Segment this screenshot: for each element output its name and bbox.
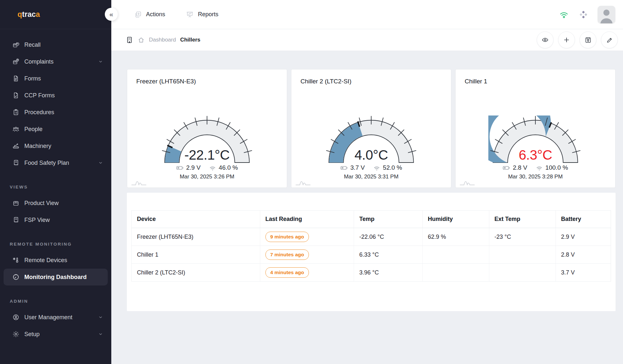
column-header-temp: Temp	[354, 211, 422, 228]
tab-reports[interactable]: Reports	[186, 11, 218, 18]
table-row[interactable]: Freezer (LHT65N-E3) 9 minutes ago -22.06…	[132, 228, 611, 246]
sidebar-item-procedures[interactable]: Procedures	[0, 104, 111, 121]
gauge-value: 6.3°C	[488, 147, 582, 163]
spark-chart-icon[interactable]	[459, 178, 483, 186]
sidebar-item-remote-devices[interactable]: Remote Devices	[0, 252, 111, 269]
wifi-status-icon[interactable]	[559, 9, 569, 20]
main-area: Actions Reports Dashboard C	[111, 0, 623, 364]
spark-chart-icon[interactable]	[131, 178, 155, 186]
top-right-icons	[559, 6, 615, 23]
battery-value: 2.8 V	[513, 164, 527, 171]
temp-cell: 6.33 °C	[354, 246, 422, 264]
thermometer-snowflake-icon	[12, 257, 19, 264]
sidebar-item-recall[interactable]: Recall	[0, 36, 111, 53]
sidebar-item-label: User Management	[24, 314, 72, 321]
device-cell: Freezer (LHT65N-E3)	[132, 228, 260, 246]
sidebar-item-label: Forms	[24, 75, 41, 82]
gear-icon	[12, 331, 19, 338]
sidebar-item-food-safety-plan[interactable]: Food Safety Plan	[0, 154, 111, 171]
table-row[interactable]: Chiller 1 7 minutes ago 6.33 °C 2.8 V	[132, 246, 611, 264]
sidebar-item-setup[interactable]: Setup	[0, 326, 111, 343]
sidebar-item-label: People	[24, 126, 43, 133]
sidebar-item-forms[interactable]: Forms	[0, 70, 111, 87]
user-avatar[interactable]	[598, 6, 615, 23]
sidebar-item-people[interactable]: People	[0, 121, 111, 138]
column-header-last-reading: Last Reading	[260, 211, 354, 228]
signal-icon	[536, 164, 543, 171]
save-button[interactable]	[580, 31, 596, 48]
device-cell: Chiller 1	[132, 246, 260, 264]
temp-cell: -22.06 °C	[354, 228, 422, 246]
sidebar-item-label: Product View	[24, 200, 59, 207]
last-reading-badge: 9 minutes ago	[265, 232, 309, 242]
gauge-value: -22.1°C	[160, 147, 254, 163]
table-row[interactable]: Chiller 2 (LTC2-SI) 4 minutes ago 3.96 °…	[132, 264, 611, 282]
column-header-device: Device	[132, 211, 260, 228]
battery-reading: 2.9 V	[176, 164, 201, 171]
home-icon[interactable]	[138, 36, 145, 43]
sidebar-item-label: Remote Devices	[24, 257, 67, 264]
humidity-value: 46.0 %	[219, 164, 238, 171]
logo-part: q	[18, 10, 22, 19]
battery-icon	[340, 164, 348, 171]
sidebar-collapse-button[interactable]: «	[105, 8, 118, 21]
humidity-reading: 52.0 %	[373, 164, 402, 171]
gauge-card-freezer: Freezer (LHT65N-E3) -22.1°C 2.9 V 46.0 %	[127, 69, 287, 188]
complaints-icon	[12, 58, 19, 65]
brand-logo[interactable]: qtraca	[0, 0, 111, 29]
battery-value: 2.9 V	[186, 164, 201, 171]
sidebar-item-label: FSP View	[24, 217, 50, 224]
battery-value: 3.7 V	[350, 164, 365, 171]
actions-icon	[134, 11, 142, 18]
sidebar-item-label: Food Safety Plan	[24, 160, 69, 166]
breadcrumb-dashboard[interactable]: Dashboard	[149, 37, 176, 43]
gauge-meta: 3.7 V 52.0 %	[300, 164, 442, 171]
sidebar-item-monitoring-dashboard[interactable]: Monitoring Dashboard	[4, 269, 108, 285]
column-header-humidity: Humidity	[422, 211, 489, 228]
add-button[interactable]	[558, 31, 575, 48]
save-icon	[584, 36, 592, 44]
battery-cell: 3.7 V	[556, 264, 611, 282]
book-icon	[12, 216, 19, 224]
sidebar-item-user-management[interactable]: User Management	[0, 309, 111, 326]
apps-diamonds-icon[interactable]	[579, 10, 588, 19]
gauge-cards-row: Freezer (LHT65N-E3) -22.1°C 2.9 V 46.0 %	[127, 69, 618, 188]
gauge-meta: 2.8 V 100.0 %	[465, 164, 606, 171]
app-window: qtraca Recall Complaints Forms CCP Forms	[0, 0, 623, 364]
gauge-card-chiller-2: Chiller 2 (LTC2-SI) 4.0°C 3.7 V 52.0 %	[291, 69, 451, 188]
last-reading-cell: 4 minutes ago	[260, 264, 354, 282]
card-title: Chiller 2 (LTC2-SI)	[300, 78, 442, 85]
gauge-value: 4.0°C	[324, 147, 418, 163]
table-header-row: Device Last Reading Temp Humidity Ext Te…	[132, 211, 611, 228]
recall-icon	[12, 41, 19, 48]
card-title: Chiller 1	[465, 78, 606, 85]
sidebar-item-fsp-view[interactable]: FSP View	[0, 212, 111, 228]
last-reading-cell: 7 minutes ago	[260, 246, 354, 264]
battery-icon	[503, 164, 510, 171]
gauge-icon	[12, 273, 19, 281]
view-button[interactable]	[537, 31, 554, 48]
edit-button[interactable]	[601, 31, 618, 48]
eye-icon	[541, 36, 549, 44]
column-header-ext-temp: Ext Temp	[489, 211, 556, 228]
spark-chart-icon[interactable]	[295, 178, 319, 186]
logo-part: a	[36, 10, 40, 19]
card-title: Freezer (LHT65N-E3)	[136, 78, 278, 85]
device-cell: Chiller 2 (LTC2-SI)	[132, 264, 260, 282]
building-icon[interactable]	[126, 36, 133, 44]
ext-temp-cell: -23 °C	[489, 228, 556, 246]
humidity-cell	[422, 264, 489, 282]
book-icon	[12, 159, 19, 166]
reports-icon	[186, 11, 194, 18]
sidebar-item-label: Complaints	[24, 58, 54, 65]
temp-cell: 3.96 °C	[354, 264, 422, 282]
sidebar-item-product-view[interactable]: Product View	[0, 195, 111, 212]
sidebar-item-machinery[interactable]: Machinery	[0, 138, 111, 154]
sidebar-item-complaints[interactable]: Complaints	[0, 53, 111, 70]
sidebar-item-label: Monitoring Dashboard	[24, 274, 87, 281]
ext-temp-cell	[489, 246, 556, 264]
sidebar-item-label: Procedures	[24, 109, 54, 116]
sidebar-item-ccp-forms[interactable]: CCP Forms	[0, 87, 111, 104]
tab-actions[interactable]: Actions	[134, 11, 165, 18]
top-tabs: Actions Reports	[134, 11, 218, 18]
